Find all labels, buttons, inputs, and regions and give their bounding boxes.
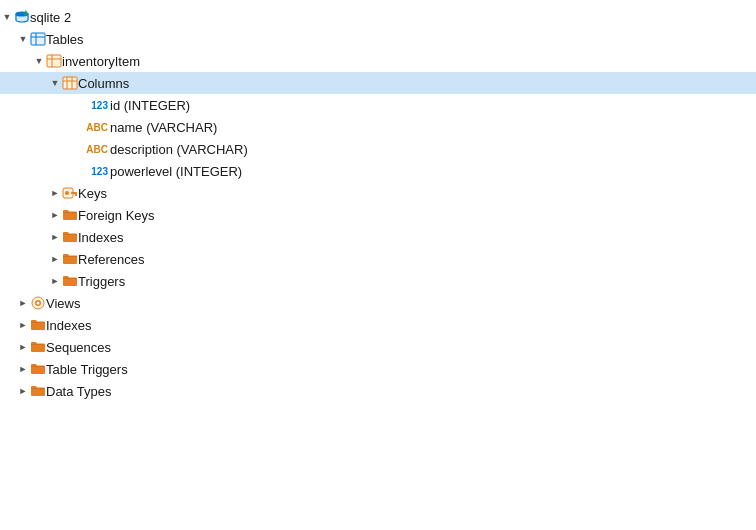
svg-point-14 <box>65 191 69 195</box>
chevron-down-icon: ▼ <box>16 32 30 46</box>
triggers-sub-label: Triggers <box>78 274 125 289</box>
chevron-right-icon: ► <box>48 186 62 200</box>
columns-icon <box>62 75 78 91</box>
table-icon <box>46 53 62 69</box>
views-node[interactable]: ► Views <box>0 292 756 314</box>
keys-icon <box>62 185 78 201</box>
folder-icon <box>30 317 46 333</box>
chevron-right-icon: ► <box>48 274 62 288</box>
column-powerlevel-label: powerlevel (INTEGER) <box>110 164 242 179</box>
sqlite2-node[interactable]: ▼ sqlite 2 <box>0 6 756 28</box>
references-node[interactable]: ► References <box>0 248 756 270</box>
svg-rect-3 <box>31 33 45 45</box>
column-type-badge: 123 <box>78 100 108 111</box>
chevron-right-icon: ► <box>16 318 30 332</box>
svg-rect-16 <box>75 194 77 196</box>
indexes-root-label: Indexes <box>46 318 92 333</box>
folder-icon <box>62 273 78 289</box>
columns-label: Columns <box>78 76 129 91</box>
views-label: Views <box>46 296 80 311</box>
svg-point-19 <box>37 302 40 305</box>
chevron-right-icon: ► <box>16 340 30 354</box>
chevron-down-icon: ▼ <box>48 76 62 90</box>
column-powerlevel-node[interactable]: 123 powerlevel (INTEGER) <box>0 160 756 182</box>
views-icon <box>30 295 46 311</box>
foreign-keys-node[interactable]: ► Foreign Keys <box>0 204 756 226</box>
keys-label: Keys <box>78 186 107 201</box>
columns-node[interactable]: ▼ Columns <box>0 72 756 94</box>
folder-icon <box>30 361 46 377</box>
chevron-right-icon: ► <box>48 252 62 266</box>
table-triggers-label: Table Triggers <box>46 362 128 377</box>
keys-node[interactable]: ► Keys <box>0 182 756 204</box>
indexes-root-node[interactable]: ► Indexes <box>0 314 756 336</box>
folder-icon <box>62 251 78 267</box>
inventory-item-node[interactable]: ▼ inventoryItem <box>0 50 756 72</box>
chevron-right-icon: ► <box>48 208 62 222</box>
chevron-right-icon: ► <box>16 384 30 398</box>
folder-icon <box>30 339 46 355</box>
column-type-badge: ABC <box>78 144 108 155</box>
chevron-down-icon: ▼ <box>0 10 14 24</box>
triggers-sub-node[interactable]: ► Triggers <box>0 270 756 292</box>
folder-icon <box>62 207 78 223</box>
chevron-down-icon: ▼ <box>32 54 46 68</box>
sqlite2-label: sqlite 2 <box>30 10 71 25</box>
indexes-sub-node[interactable]: ► Indexes <box>0 226 756 248</box>
tables-node[interactable]: ▼ Tables <box>0 28 756 50</box>
chevron-right-icon: ► <box>48 230 62 244</box>
indexes-sub-label: Indexes <box>78 230 124 245</box>
column-type-badge: 123 <box>78 166 108 177</box>
tables-icon <box>30 31 46 47</box>
table-triggers-node[interactable]: ► Table Triggers <box>0 358 756 380</box>
inventory-item-label: inventoryItem <box>62 54 140 69</box>
svg-rect-15 <box>71 192 77 194</box>
sequences-node[interactable]: ► Sequences <box>0 336 756 358</box>
tree-container: ▼ sqlite 2 ▼ Tables <box>0 0 756 408</box>
data-types-node[interactable]: ► Data Types <box>0 380 756 402</box>
column-description-node[interactable]: ABC description (VARCHAR) <box>0 138 756 160</box>
column-id-label: id (INTEGER) <box>110 98 190 113</box>
column-name-label: name (VARCHAR) <box>110 120 217 135</box>
column-description-label: description (VARCHAR) <box>110 142 248 157</box>
svg-rect-6 <box>47 55 61 67</box>
svg-rect-9 <box>63 77 77 89</box>
sequences-label: Sequences <box>46 340 111 355</box>
references-label: References <box>78 252 144 267</box>
tables-label: Tables <box>46 32 84 47</box>
column-name-node[interactable]: ABC name (VARCHAR) <box>0 116 756 138</box>
data-types-label: Data Types <box>46 384 112 399</box>
folder-icon <box>30 383 46 399</box>
chevron-right-icon: ► <box>16 296 30 310</box>
column-id-node[interactable]: 123 id (INTEGER) <box>0 94 756 116</box>
foreign-keys-label: Foreign Keys <box>78 208 155 223</box>
chevron-right-icon: ► <box>16 362 30 376</box>
column-type-badge: ABC <box>78 122 108 133</box>
database-icon <box>14 9 30 25</box>
folder-icon <box>62 229 78 245</box>
